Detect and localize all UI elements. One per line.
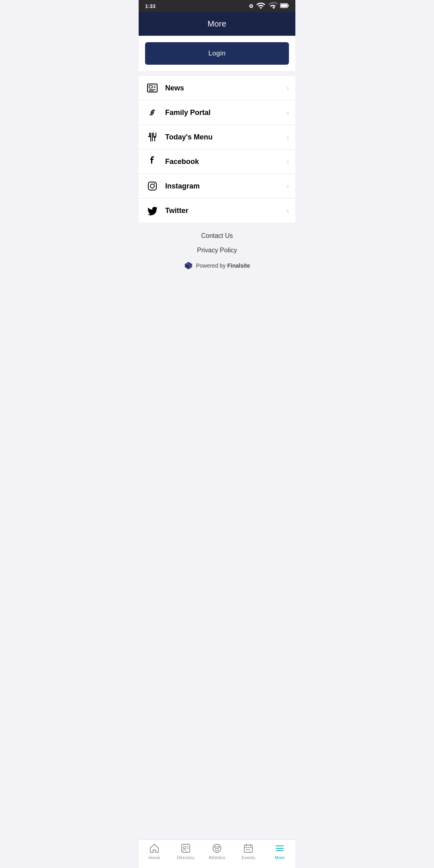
news-label: News — [165, 84, 287, 92]
page-title: More — [208, 19, 227, 28]
menu-item-todays-menu[interactable]: Today's Menu › — [139, 125, 295, 149]
todays-menu-chevron: › — [287, 133, 289, 141]
facebook-icon — [145, 156, 160, 167]
twitter-chevron: › — [287, 207, 289, 215]
time: 1:33 — [145, 3, 156, 9]
menu-item-twitter[interactable]: Twitter › — [139, 199, 295, 223]
svg-rect-1 — [281, 4, 287, 7]
menu-item-facebook[interactable]: Facebook › — [139, 149, 295, 174]
status-bar: 1:33 ⚙ — [139, 0, 295, 12]
footer-links: Contact Us Privacy Policy Powered by Fin… — [139, 232, 295, 270]
instagram-chevron: › — [287, 182, 289, 190]
svg-rect-12 — [148, 182, 156, 190]
family-portal-label: Family Portal — [165, 108, 287, 117]
svg-point-14 — [154, 183, 155, 184]
login-section: Login — [139, 36, 295, 71]
menu-list: News › Family Portal › — [139, 76, 295, 223]
wifi-icon — [256, 1, 266, 12]
family-portal-chevron: › — [287, 108, 289, 117]
contact-us-link[interactable]: Contact Us — [201, 232, 233, 240]
twitter-label: Twitter — [165, 207, 287, 215]
privacy-policy-link[interactable]: Privacy Policy — [197, 247, 237, 254]
facebook-label: Facebook — [165, 158, 287, 166]
finalsite-brand: Finalsite — [227, 262, 250, 269]
facebook-chevron: › — [287, 158, 289, 166]
finalsite-logo-icon — [184, 261, 193, 270]
todays-menu-label: Today's Menu — [165, 133, 287, 141]
instagram-label: Instagram — [165, 182, 287, 190]
instagram-icon — [145, 180, 160, 192]
signal-icon — [268, 1, 278, 12]
svg-rect-2 — [288, 5, 289, 6]
twitter-icon — [145, 205, 160, 216]
powered-by-text: Powered by Finalsite — [196, 262, 250, 269]
svg-rect-4 — [149, 86, 152, 88]
status-icons: ⚙ — [249, 1, 289, 12]
news-chevron: › — [287, 84, 289, 92]
menu-item-family-portal[interactable]: Family Portal › — [139, 100, 295, 125]
menu-item-instagram[interactable]: Instagram › — [139, 174, 295, 199]
login-button[interactable]: Login — [145, 42, 289, 65]
news-icon — [145, 82, 160, 94]
page-header: More — [139, 12, 295, 36]
food-menu-icon — [145, 131, 160, 143]
settings-icon: ⚙ — [249, 3, 254, 9]
menu-item-news[interactable]: News › — [139, 76, 295, 100]
svg-point-13 — [150, 184, 154, 188]
link-icon — [145, 107, 160, 118]
battery-icon — [280, 3, 289, 9]
powered-by-section: Powered by Finalsite — [184, 261, 250, 270]
